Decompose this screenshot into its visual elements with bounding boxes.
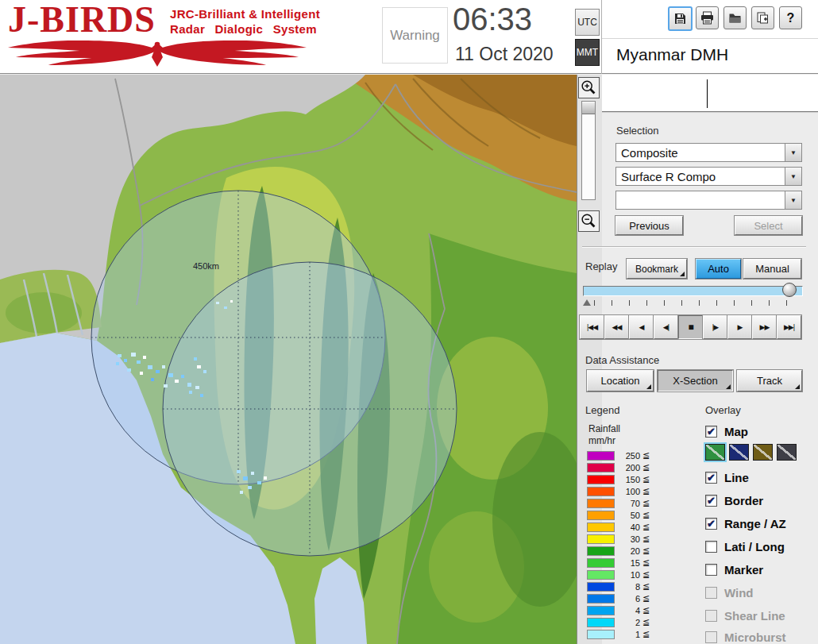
legend-row: 2≦ xyxy=(587,616,650,628)
overlay-label: Overlay xyxy=(705,404,741,416)
step-forward-button[interactable]: |▶ xyxy=(703,315,727,339)
help-button[interactable]: ? xyxy=(779,6,802,29)
separator xyxy=(582,246,806,248)
play-button[interactable]: ▶ xyxy=(727,315,752,339)
select-button[interactable]: Select xyxy=(735,216,802,235)
fast-rewind-button[interactable]: ◀◀ xyxy=(604,315,629,339)
export-icon xyxy=(756,11,770,25)
product-listbox[interactable] xyxy=(602,75,818,113)
timeline-start-marker xyxy=(583,299,591,306)
chevron-down-icon[interactable]: ▼ xyxy=(785,168,801,185)
header-rule xyxy=(602,38,818,39)
xsection-button[interactable]: X-Section xyxy=(658,370,733,391)
overlay-item-lati-long[interactable]: Lati / Long xyxy=(705,538,785,555)
zoom-in-button[interactable] xyxy=(578,77,600,98)
map-style-green[interactable] xyxy=(705,444,725,461)
map-style-olive[interactable] xyxy=(753,444,773,461)
legend-row: 15≦ xyxy=(587,557,650,569)
data-assistance-label: Data Assistance xyxy=(585,354,659,366)
reverse-play-button[interactable]: ◀ xyxy=(629,315,654,339)
overlay-item-range-az[interactable]: ✔ Range / AZ xyxy=(705,515,786,532)
chevron-down-icon[interactable]: ▼ xyxy=(785,144,801,161)
eagle-logo-icon xyxy=(5,40,310,68)
legend-swatch xyxy=(587,463,615,472)
open-folder-button[interactable] xyxy=(723,6,747,29)
replay-timeline-thumb[interactable] xyxy=(782,283,797,297)
bookmark-button[interactable]: Bookmark xyxy=(627,259,687,279)
legend-row: 70≦ xyxy=(587,497,650,509)
marker-checkbox[interactable] xyxy=(705,564,717,576)
legend-row: 50≦ xyxy=(587,509,650,521)
category-dropdown[interactable]: Composite ▼ xyxy=(615,143,802,162)
header-divider xyxy=(601,0,602,74)
radar-map[interactable]: 450km xyxy=(0,75,577,644)
legend-row: 150≦ xyxy=(587,473,650,485)
shear-line-checkbox xyxy=(705,610,717,622)
category-dropdown-value: Composite xyxy=(616,146,785,160)
utc-toggle-button[interactable]: UTC xyxy=(575,9,600,36)
mmt-toggle-button[interactable]: MMT xyxy=(575,39,600,66)
print-button[interactable] xyxy=(696,6,719,29)
jbirds-window: J-BIRDS JRC-Brilliant & Intelligent Rada… xyxy=(0,0,818,644)
zoom-slider-track[interactable] xyxy=(581,101,596,200)
chevron-down-icon[interactable]: ▼ xyxy=(785,191,801,209)
range-az-checkbox[interactable]: ✔ xyxy=(705,518,717,530)
lati-long-checkbox[interactable] xyxy=(705,541,717,553)
zoom-in-icon xyxy=(579,78,599,98)
zoom-slider-thumb[interactable] xyxy=(582,102,595,114)
stop-button[interactable]: ■ xyxy=(678,315,703,339)
legend-swatch xyxy=(587,499,615,508)
legend-swatch xyxy=(587,606,615,615)
zoom-out-button[interactable] xyxy=(578,210,600,232)
overlay-item-marker[interactable]: Marker xyxy=(705,561,763,578)
legend-swatch xyxy=(587,570,615,580)
legend-row: 200≦ xyxy=(587,461,650,473)
legend-scale: 250≦ 200≦ 150≦ 100≦ 70≦ 50≦ 40≦ 30≦ 20≦ … xyxy=(587,449,650,640)
overlay-item-shear-line: Shear Line xyxy=(705,607,785,624)
replay-label: Replay xyxy=(585,260,617,272)
auto-button[interactable]: Auto xyxy=(696,259,741,279)
legend-swatch xyxy=(587,534,615,544)
location-button[interactable]: Location xyxy=(587,370,654,391)
overlay-item-line[interactable]: ✔ Line xyxy=(705,469,749,486)
map-style-swatches xyxy=(705,443,801,461)
warning-button[interactable]: Warning xyxy=(382,7,448,64)
range-ring-label: 450km xyxy=(193,261,219,271)
option-dropdown[interactable]: ▼ xyxy=(615,191,802,210)
product-dropdown[interactable]: Surface R Compo ▼ xyxy=(615,167,802,186)
print-icon xyxy=(700,11,714,25)
manual-button[interactable]: Manual xyxy=(743,259,801,279)
map-style-navy[interactable] xyxy=(729,444,749,461)
track-button[interactable]: Track xyxy=(737,370,802,391)
legend-swatch xyxy=(587,511,615,520)
clock-time: 06:33 xyxy=(453,2,532,37)
line-checkbox[interactable]: ✔ xyxy=(705,472,717,484)
map-style-gray[interactable] xyxy=(777,444,797,461)
replay-timeline-track[interactable] xyxy=(583,286,803,296)
skip-end-button[interactable]: ▶▶| xyxy=(777,315,801,339)
legend-swatch xyxy=(587,523,615,532)
microburst-checkbox xyxy=(705,631,717,643)
border-checkbox[interactable]: ✔ xyxy=(705,495,717,507)
fast-forward-button[interactable]: ▶▶ xyxy=(752,315,777,339)
help-icon: ? xyxy=(787,11,795,25)
export-button[interactable] xyxy=(751,6,774,29)
legend-row: 100≦ xyxy=(587,485,650,497)
map-checkbox[interactable]: ✔ xyxy=(705,426,717,438)
skip-start-button[interactable]: |◀◀ xyxy=(580,315,604,339)
legend-unit-2: mm/hr xyxy=(588,435,615,446)
legend-swatch xyxy=(587,475,615,484)
overlay-item-border[interactable]: ✔ Border xyxy=(705,492,763,509)
legend-swatch xyxy=(587,630,615,639)
legend-row: 1≦ xyxy=(587,628,650,640)
legend-row: 6≦ xyxy=(587,592,650,604)
selection-label: Selection xyxy=(616,125,658,137)
legend-swatch xyxy=(587,594,615,604)
legend-row: 4≦ xyxy=(587,604,650,616)
overlay-item-map[interactable]: ✔ Map xyxy=(705,422,748,440)
save-button[interactable] xyxy=(668,6,693,31)
step-back-button[interactable]: ◀| xyxy=(654,315,678,339)
legend-row: 8≦ xyxy=(587,580,650,592)
previous-button[interactable]: Previous xyxy=(615,216,683,235)
legend-row: 20≦ xyxy=(587,545,650,557)
